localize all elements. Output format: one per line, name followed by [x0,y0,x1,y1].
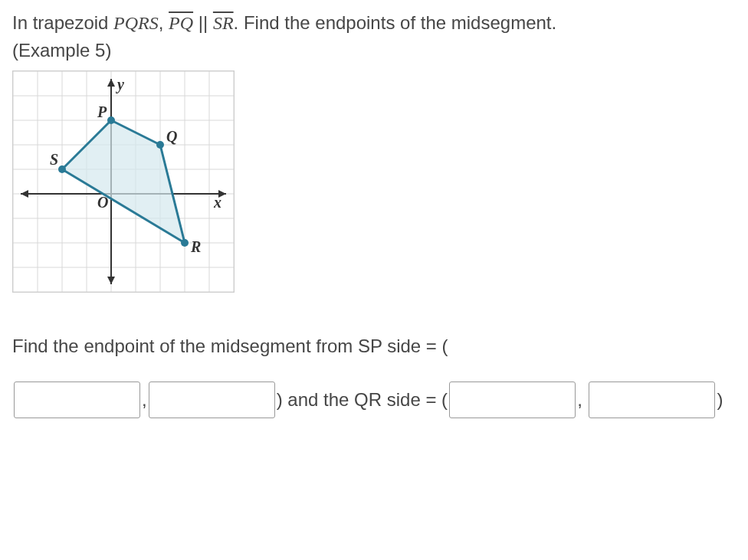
coordinate-graph: P Q R S O y x [12,70,235,293]
parallel-symbol: || [193,12,213,33]
answer-prompt: Find the endpoint of the midsegment from… [12,323,736,369]
label-p: P [97,103,107,120]
example-reference: (Example 5) [12,40,111,61]
shape-name: PQRS [113,13,159,33]
close-paren: ) [717,377,723,423]
svg-point-30 [181,239,189,247]
segment-sr: SR [213,13,234,33]
label-origin: O [97,194,108,211]
sp-y-input[interactable] [149,382,275,418]
label-q: Q [166,128,177,145]
label-r: R [190,238,201,255]
label-s: S [50,151,58,168]
segment-pq: PQ [169,13,193,33]
answer-section: Find the endpoint of the midsegment from… [12,323,736,424]
comma-1: , [142,377,147,423]
label-x-axis: x [213,194,221,211]
comma: , [159,12,169,33]
mid-text: ) and the QR side = ( [277,377,448,423]
svg-marker-23 [21,190,28,198]
graph-svg: P Q R S O y x [13,71,234,292]
problem-statement: In trapezoid PQRS, PQ || SR. Find the en… [12,9,736,64]
label-y-axis: y [116,76,124,93]
problem-prefix: In trapezoid [12,12,113,33]
qr-x-input[interactable] [449,382,576,418]
svg-marker-24 [107,79,115,87]
comma-2: , [577,377,582,423]
svg-point-29 [156,141,164,149]
sp-x-input[interactable] [14,382,140,418]
svg-point-28 [107,116,115,124]
svg-point-31 [58,165,66,173]
problem-suffix: . Find the endpoints of the midsegment. [234,12,557,33]
svg-marker-25 [107,277,115,284]
qr-y-input[interactable] [589,382,715,418]
